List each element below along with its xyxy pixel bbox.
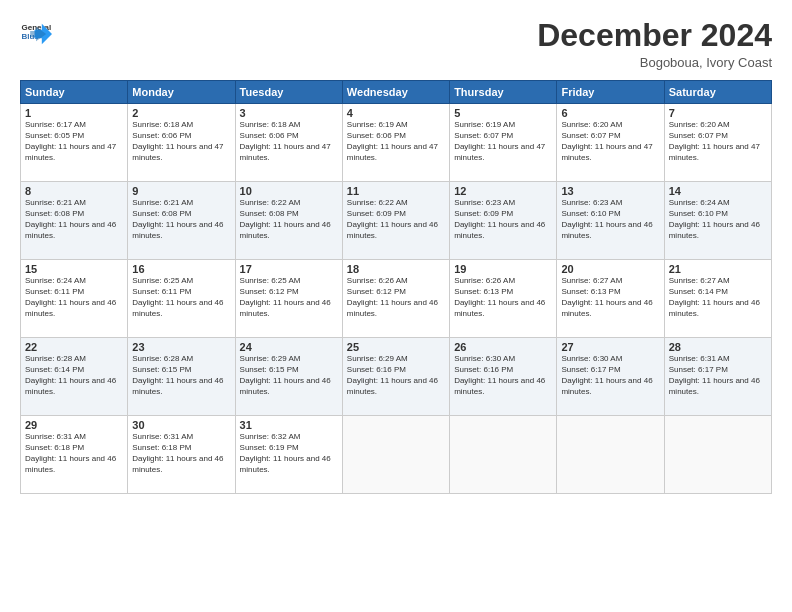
table-row: 3Sunrise: 6:18 AMSunset: 6:06 PMDaylight… (235, 104, 342, 182)
table-row: 31Sunrise: 6:32 AMSunset: 6:19 PMDayligh… (235, 416, 342, 494)
table-row: 13Sunrise: 6:23 AMSunset: 6:10 PMDayligh… (557, 182, 664, 260)
table-row (342, 416, 449, 494)
table-row: 6Sunrise: 6:20 AMSunset: 6:07 PMDaylight… (557, 104, 664, 182)
title-block: December 2024 Bogoboua, Ivory Coast (537, 18, 772, 70)
col-friday: Friday (557, 81, 664, 104)
table-row: 22Sunrise: 6:28 AMSunset: 6:14 PMDayligh… (21, 338, 128, 416)
calendar-table: Sunday Monday Tuesday Wednesday Thursday… (20, 80, 772, 494)
table-row: 2Sunrise: 6:18 AMSunset: 6:06 PMDaylight… (128, 104, 235, 182)
table-row (557, 416, 664, 494)
table-row: 20Sunrise: 6:27 AMSunset: 6:13 PMDayligh… (557, 260, 664, 338)
table-row: 14Sunrise: 6:24 AMSunset: 6:10 PMDayligh… (664, 182, 771, 260)
table-row: 25Sunrise: 6:29 AMSunset: 6:16 PMDayligh… (342, 338, 449, 416)
table-row: 18Sunrise: 6:26 AMSunset: 6:12 PMDayligh… (342, 260, 449, 338)
table-row: 9Sunrise: 6:21 AMSunset: 6:08 PMDaylight… (128, 182, 235, 260)
table-row: 7Sunrise: 6:20 AMSunset: 6:07 PMDaylight… (664, 104, 771, 182)
table-row: 16Sunrise: 6:25 AMSunset: 6:11 PMDayligh… (128, 260, 235, 338)
table-row: 27Sunrise: 6:30 AMSunset: 6:17 PMDayligh… (557, 338, 664, 416)
table-row: 28Sunrise: 6:31 AMSunset: 6:17 PMDayligh… (664, 338, 771, 416)
table-row: 5Sunrise: 6:19 AMSunset: 6:07 PMDaylight… (450, 104, 557, 182)
table-row: 15Sunrise: 6:24 AMSunset: 6:11 PMDayligh… (21, 260, 128, 338)
table-row: 26Sunrise: 6:30 AMSunset: 6:16 PMDayligh… (450, 338, 557, 416)
page-header: General Blue December 2024 Bogoboua, Ivo… (20, 18, 772, 70)
table-row: 4Sunrise: 6:19 AMSunset: 6:06 PMDaylight… (342, 104, 449, 182)
table-row: 11Sunrise: 6:22 AMSunset: 6:09 PMDayligh… (342, 182, 449, 260)
table-row: 30Sunrise: 6:31 AMSunset: 6:18 PMDayligh… (128, 416, 235, 494)
table-row: 1Sunrise: 6:17 AMSunset: 6:05 PMDaylight… (21, 104, 128, 182)
table-row: 10Sunrise: 6:22 AMSunset: 6:08 PMDayligh… (235, 182, 342, 260)
col-monday: Monday (128, 81, 235, 104)
table-row (450, 416, 557, 494)
location-subtitle: Bogoboua, Ivory Coast (537, 55, 772, 70)
table-row: 23Sunrise: 6:28 AMSunset: 6:15 PMDayligh… (128, 338, 235, 416)
table-row: 12Sunrise: 6:23 AMSunset: 6:09 PMDayligh… (450, 182, 557, 260)
table-row: 8Sunrise: 6:21 AMSunset: 6:08 PMDaylight… (21, 182, 128, 260)
calendar-header-row: Sunday Monday Tuesday Wednesday Thursday… (21, 81, 772, 104)
table-row: 19Sunrise: 6:26 AMSunset: 6:13 PMDayligh… (450, 260, 557, 338)
col-saturday: Saturday (664, 81, 771, 104)
col-tuesday: Tuesday (235, 81, 342, 104)
col-thursday: Thursday (450, 81, 557, 104)
logo: General Blue (20, 18, 52, 50)
table-row (664, 416, 771, 494)
table-row: 29Sunrise: 6:31 AMSunset: 6:18 PMDayligh… (21, 416, 128, 494)
table-row: 21Sunrise: 6:27 AMSunset: 6:14 PMDayligh… (664, 260, 771, 338)
table-row: 24Sunrise: 6:29 AMSunset: 6:15 PMDayligh… (235, 338, 342, 416)
col-sunday: Sunday (21, 81, 128, 104)
col-wednesday: Wednesday (342, 81, 449, 104)
table-row: 17Sunrise: 6:25 AMSunset: 6:12 PMDayligh… (235, 260, 342, 338)
month-title: December 2024 (537, 18, 772, 53)
